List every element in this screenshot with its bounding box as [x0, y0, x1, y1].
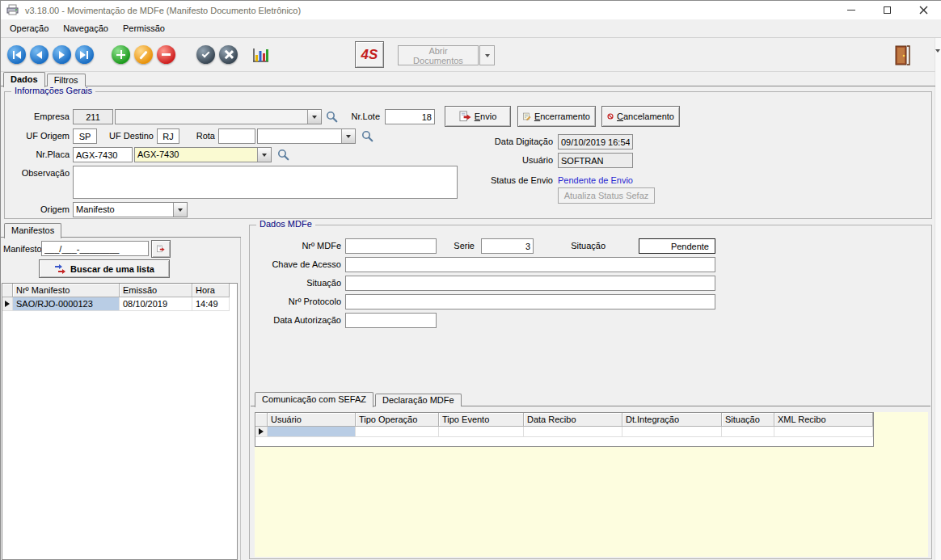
toolbar-overflow-icon[interactable] [935, 49, 941, 53]
delete-record-button[interactable] [157, 45, 175, 64]
situacao-label: Situação [256, 278, 341, 288]
rota-code-field[interactable] [218, 128, 255, 144]
rota-label: Rota [188, 131, 215, 141]
serie-field[interactable] [481, 238, 534, 254]
toolbar-bottom-divider [1, 71, 935, 72]
previous-record-button[interactable] [30, 45, 49, 64]
rota-combo-arrow[interactable] [341, 129, 355, 143]
cancelamento-button[interactable]: Cancelamento [601, 106, 680, 127]
confirm-button[interactable] [196, 45, 215, 64]
pencil-icon [140, 50, 148, 59]
tab-comunicacao-sefaz[interactable]: Comunicação com SEFAZ [255, 392, 373, 407]
situacao-field[interactable] [345, 276, 715, 291]
cell-usuario[interactable] [268, 427, 356, 437]
encerramento-label: Encerramento [534, 112, 590, 121]
atualiza-status-button[interactable]: Atualiza Status Sefaz [558, 187, 655, 204]
column-header-dt-integracao[interactable]: Dt.Integração [622, 413, 722, 427]
buscar-lista-label: Buscar de uma lista [70, 264, 154, 274]
column-header-xml-recibo[interactable]: XML Recibo [774, 413, 873, 427]
cell-dt-integracao[interactable] [622, 427, 722, 437]
close-button[interactable] [905, 1, 941, 19]
column-header-tipo-evento[interactable]: Tipo Evento [439, 413, 524, 427]
data-autorizacao-field[interactable] [345, 313, 437, 328]
empresa-combo-arrow[interactable] [307, 110, 321, 124]
buscar-lista-button[interactable]: Buscar de uma lista [39, 259, 170, 278]
cell-data-recibo[interactable] [524, 427, 622, 437]
chart-button[interactable] [250, 44, 271, 65]
menu-operacao[interactable]: Operação [2, 21, 56, 36]
column-header-usuario[interactable]: Usuário [268, 413, 356, 427]
manifesto-label: Manifesto [3, 244, 42, 254]
add-record-button[interactable] [112, 45, 130, 64]
rota-combo[interactable] [257, 128, 356, 144]
uf-origem-field[interactable] [73, 128, 97, 144]
empresa-lookup-button[interactable] [325, 110, 339, 124]
app-icon [6, 4, 19, 16]
cell-situacao[interactable] [722, 427, 774, 437]
status-envio-value: Pendente de Envio [558, 175, 633, 185]
right-scrollbar[interactable] [935, 38, 941, 560]
placa-lookup-button[interactable] [276, 148, 290, 162]
situacao-badge-label: Situação [551, 241, 606, 251]
usuario-field[interactable] [558, 153, 633, 168]
origem-combo[interactable]: Manifesto [73, 202, 188, 217]
nr-placa-field[interactable] [73, 147, 133, 162]
envio-button[interactable]: Envio [445, 106, 511, 127]
cancelamento-label: Cancelamento [617, 112, 674, 121]
prohibition-icon [607, 111, 614, 122]
cell-tipo-evento[interactable] [439, 427, 524, 437]
empresa-combo[interactable] [115, 109, 322, 124]
cell-nr-manifesto[interactable]: SAO/RJO-0000123 [13, 297, 120, 311]
data-digitacao-field[interactable] [558, 134, 633, 149]
sefaz-log-row[interactable] [255, 427, 873, 437]
column-header-tipo-operacao[interactable]: Tipo Operação [356, 413, 439, 427]
column-header-nr-manifesto[interactable]: Nrº Manifesto [13, 284, 120, 297]
cancel-button[interactable] [219, 45, 238, 64]
encerramento-button[interactable]: Encerramento [517, 106, 596, 127]
maximize-button[interactable] [869, 1, 905, 19]
logo-button[interactable]: 4S [355, 41, 384, 68]
column-header-situacao[interactable]: Situação [722, 413, 774, 427]
abrir-documentos-dropdown-button[interactable] [479, 45, 495, 65]
cell-hora[interactable]: 14:49 [192, 297, 230, 311]
column-header-hora[interactable]: Hora [192, 284, 230, 297]
nr-mdfe-field[interactable] [345, 238, 437, 254]
uf-destino-field[interactable] [157, 128, 179, 144]
first-record-button[interactable] [7, 45, 26, 64]
column-header-data-recibo[interactable]: Data Recibo [524, 413, 622, 427]
exit-button[interactable] [891, 43, 914, 67]
abrir-documentos-button[interactable]: Abrir Documentos [398, 45, 479, 65]
cell-xml-recibo[interactable] [774, 427, 873, 437]
column-header-emissao[interactable]: Emissão [120, 284, 192, 297]
tab-dados[interactable]: Dados [3, 72, 45, 87]
rota-lookup-button[interactable] [361, 129, 374, 143]
edit-record-button[interactable] [134, 45, 153, 64]
nr-lote-field[interactable] [385, 109, 435, 124]
title-bar: v3.18.00 - Movimentação de MDFe (Manifes… [1, 1, 941, 19]
empresa-code-field[interactable] [73, 109, 113, 124]
minimize-button[interactable] [833, 1, 869, 19]
manifesto-row[interactable]: SAO/RJO-0000123 08/10/2019 14:49 [2, 297, 237, 311]
nr-placa-combo[interactable]: AGX-7430 [134, 147, 272, 162]
tab-manifestos[interactable]: Manifestos [4, 223, 61, 238]
chave-acesso-label: Chave de Acesso [256, 259, 341, 269]
menu-permissao[interactable]: Permissão [116, 21, 172, 36]
tab-filtros[interactable]: Filtros [47, 74, 86, 86]
exit-door-icon [892, 44, 912, 66]
nr-protocolo-field[interactable] [345, 294, 715, 309]
tab-declaracao-mdfe[interactable]: Declaração MDFe [375, 394, 462, 406]
manifesto-mask-input[interactable] [41, 241, 149, 256]
manifesto-send-button[interactable] [151, 240, 171, 258]
origem-combo-arrow[interactable] [173, 203, 187, 217]
next-record-button[interactable] [53, 45, 71, 64]
minus-icon [162, 53, 171, 56]
cell-tipo-operacao[interactable] [356, 427, 439, 437]
envio-label: Envio [475, 112, 497, 121]
menu-navegacao[interactable]: Navegação [56, 21, 116, 36]
last-record-button[interactable] [75, 45, 94, 64]
cell-emissao[interactable]: 08/10/2019 [120, 297, 192, 311]
plus-icon [116, 50, 125, 59]
chave-acesso-field[interactable] [345, 257, 715, 272]
observacao-textarea[interactable] [73, 166, 458, 199]
nr-placa-combo-arrow[interactable] [257, 148, 271, 162]
